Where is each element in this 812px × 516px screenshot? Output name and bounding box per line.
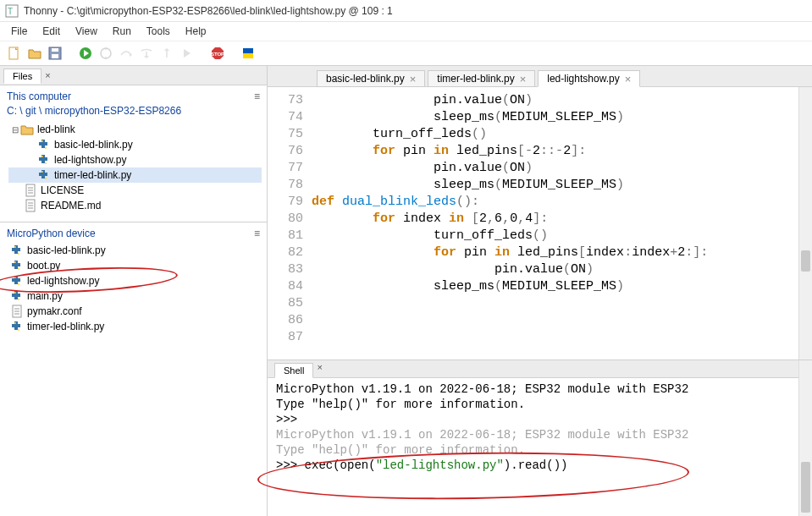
save-file-icon[interactable]	[46, 44, 64, 63]
menu-tools[interactable]: Tools	[139, 24, 178, 39]
svg-point-25	[45, 162, 47, 164]
close-icon[interactable]: ×	[520, 74, 527, 85]
svg-text:T: T	[8, 7, 13, 16]
svg-point-41	[18, 283, 19, 285]
shell-panel: Shell × MicroPython v1.19.1 on 2022-06-1…	[268, 360, 812, 516]
svg-point-24	[41, 156, 43, 157]
tab-basic-led-blink[interactable]: basic-led-blink.py ×	[317, 70, 425, 87]
step-over-icon[interactable]	[117, 44, 135, 63]
flag-icon[interactable]	[239, 44, 257, 63]
svg-rect-21	[243, 53, 253, 58]
folder-icon	[20, 123, 34, 136]
file-row[interactable]: main.py	[8, 288, 262, 304]
code-content[interactable]: pin.value(ON) sleep_ms(MEDIUM_SLEEP_MS) …	[312, 92, 812, 360]
file-label: main.py	[27, 290, 63, 302]
close-icon[interactable]: ×	[625, 74, 632, 85]
svg-point-36	[14, 246, 16, 248]
folder-row[interactable]: ⊟ led-blink	[8, 122, 262, 137]
files-tab-row: Files ×	[0, 66, 267, 85]
python-file-icon	[10, 244, 24, 257]
right-column: basic-led-blink.py × timer-led-blink.py …	[268, 66, 812, 516]
new-file-icon[interactable]	[5, 44, 24, 63]
titlebar: T Thonny - C:\git\micropython-ESP32-ESP8…	[0, 0, 812, 22]
file-label: boot.py	[27, 260, 60, 272]
step-into-icon[interactable]	[137, 44, 156, 63]
hamburger-icon[interactable]: ≡	[254, 228, 260, 239]
python-file-icon	[10, 289, 24, 303]
file-row[interactable]: timer-led-blink.py	[8, 167, 262, 183]
file-label: basic-led-blink.py	[27, 244, 106, 256]
tab-timer-led-blink[interactable]: timer-led-blink.py ×	[428, 70, 535, 87]
tab-label: basic-led-blink.py	[326, 73, 405, 85]
menu-edit[interactable]: Edit	[35, 24, 68, 39]
file-label: led-lightshow.py	[54, 154, 126, 166]
resume-icon[interactable]	[178, 44, 196, 63]
app-logo-icon: T	[5, 4, 19, 18]
file-row[interactable]: basic-led-blink.py	[8, 243, 262, 258]
menu-help[interactable]: Help	[178, 24, 214, 39]
code-editor[interactable]: 737475767778798081828384858687 pin.value…	[268, 87, 812, 360]
breadcrumb[interactable]: C: \ git \ micropython-ESP32-ESP8266	[5, 104, 262, 120]
svg-point-22	[41, 140, 43, 142]
svg-marker-14	[144, 56, 149, 58]
svg-point-43	[18, 299, 19, 300]
window-title: Thonny - C:\git\micropython-ESP32-ESP826…	[24, 5, 393, 17]
file-label: pymakr.conf	[27, 305, 82, 317]
svg-point-37	[18, 253, 19, 255]
python-file-icon	[10, 274, 24, 288]
close-icon[interactable]: ×	[45, 70, 50, 80]
shell-output[interactable]: MicroPython v1.19.1 on 2022-06-18; ESP32…	[268, 378, 812, 516]
python-file-icon	[37, 168, 51, 182]
tab-led-lightshow[interactable]: led-lightshow.py ×	[538, 70, 640, 87]
toolbar: STOP	[0, 41, 812, 66]
editor-scrollbar[interactable]	[798, 87, 812, 360]
main-area: Files × This computer ≡ C: \ git \ micro…	[0, 66, 812, 516]
open-file-icon[interactable]	[25, 44, 44, 63]
file-row[interactable]: led-lightshow.py	[8, 152, 262, 167]
file-row[interactable]: boot.py	[8, 258, 262, 273]
files-tab[interactable]: Files	[3, 69, 41, 84]
file-tree: ⊟ led-blink basic-led-blink.pyled-lights…	[5, 120, 262, 213]
files-this-computer[interactable]: This computer	[7, 91, 71, 102]
file-row[interactable]: basic-led-blink.py	[8, 137, 262, 152]
svg-rect-5	[52, 54, 58, 58]
file-row[interactable]: led-lightshow.py	[8, 273, 262, 288]
svg-rect-20	[243, 48, 253, 53]
file-label: timer-led-blink.py	[54, 169, 131, 181]
run-icon[interactable]	[76, 44, 95, 63]
svg-rect-6	[52, 48, 58, 52]
device-header[interactable]: MicroPython device	[7, 228, 96, 239]
file-label: led-lightshow.py	[27, 275, 99, 287]
files-panel: This computer ≡ C: \ git \ micropython-E…	[0, 85, 267, 222]
file-row[interactable]: timer-led-blink.py	[8, 319, 262, 334]
svg-point-40	[14, 277, 16, 278]
file-label: LICENSE	[41, 184, 84, 196]
folder-label: led-blink	[37, 124, 75, 135]
svg-point-27	[45, 178, 47, 179]
python-file-icon	[37, 138, 51, 151]
shell-tab[interactable]: Shell	[274, 363, 313, 378]
file-row[interactable]: README.md	[8, 198, 262, 213]
svg-point-42	[14, 292, 16, 294]
step-out-icon[interactable]	[157, 44, 176, 63]
close-icon[interactable]: ×	[317, 362, 322, 377]
line-gutter: 737475767778798081828384858687	[268, 92, 312, 360]
close-icon[interactable]: ×	[410, 74, 417, 85]
device-panel: MicroPython device ≡ basic-led-blink.pyb…	[0, 222, 267, 516]
svg-point-23	[45, 147, 47, 149]
stop-icon[interactable]: STOP	[208, 44, 227, 63]
menu-view[interactable]: View	[68, 24, 105, 39]
menu-file[interactable]: File	[3, 24, 35, 39]
menu-run[interactable]: Run	[105, 24, 139, 39]
text-file-icon	[24, 184, 37, 197]
debug-icon[interactable]	[97, 44, 115, 63]
expander-icon[interactable]: ⊟	[10, 125, 20, 134]
file-label: basic-led-blink.py	[54, 139, 133, 151]
shell-scrollbar[interactable]	[798, 360, 812, 516]
svg-marker-16	[164, 48, 169, 51]
tab-label: timer-led-blink.py	[437, 73, 514, 85]
file-row[interactable]: pymakr.conf	[8, 304, 262, 319]
hamburger-icon[interactable]: ≡	[254, 91, 260, 102]
svg-point-48	[14, 322, 16, 324]
file-row[interactable]: LICENSE	[8, 183, 262, 198]
